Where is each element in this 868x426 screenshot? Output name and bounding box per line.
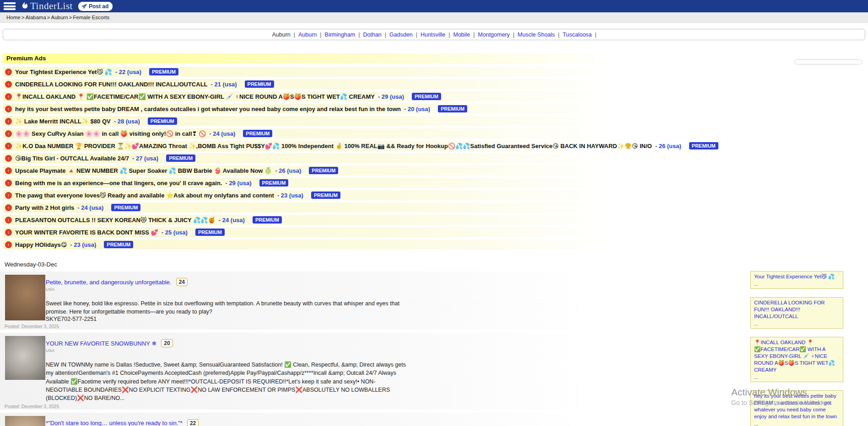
premium-ad-title: Your Tightest Experience Yet😼 💦: [15, 69, 112, 75]
premium-ad-title: 🌸🌸 Sexy CuRvy Asian 🌸🌸 in call 🍑 visitin…: [15, 130, 206, 137]
premium-badge: PREMIUM: [104, 241, 133, 248]
premium-ad-age: - 26 (usa): [275, 167, 301, 174]
premium-ad-title: ✨ Lake Merritt INCALL✨ $80 QV: [15, 118, 111, 125]
listing-thumbnail[interactable]: [5, 416, 45, 426]
separator: |: [385, 32, 386, 38]
sidebar-ad-box[interactable]: Your Tightest Experience Yet😼 💦 ...: [750, 271, 843, 289]
premium-ad-title: 😘Big Tits Girl - OUTCALL Available 24/7: [15, 155, 129, 162]
sidebar-ad-box[interactable]: 📍INCALL OAKLAND 📍 ✅FACETIME/CAR✅ WITH A …: [750, 337, 843, 382]
premium-ad-row[interactable]: ↑ 😘Big Tits Girl - OUTCALL Available 24/…: [3, 153, 717, 163]
sidebar-ad-box[interactable]: CINDERELLA LOOKING FOR FUN!!! OAKLAND!!!…: [750, 297, 843, 329]
bump-up-icon: ↑: [5, 81, 12, 88]
premium-badge: PREMIUM: [195, 229, 225, 236]
date-header: Wednesday-03-Dec: [2, 261, 868, 268]
breadcrumb-auburn[interactable]: Auburn: [51, 15, 68, 20]
premium-ad-title: Upscale Playmate 🔺 NEW NUMBER 💦 Super So…: [15, 167, 272, 174]
breadcrumb-separator: >: [22, 15, 25, 20]
breadcrumb-home[interactable]: Home: [6, 15, 21, 20]
premium-badge: PREMIUM: [689, 142, 718, 149]
sidebar-ad-more: ...: [754, 374, 840, 380]
listing-title-link[interactable]: Petite, brunette, and dangerously unforg…: [46, 279, 172, 286]
breadcrumb-separator: >: [69, 15, 72, 20]
bump-up-icon: ↑: [5, 241, 12, 248]
premium-ad-row[interactable]: ↑ 📍INCALL OAKLAND 📍 ✅FACETIME/CAR✅ WITH …: [3, 91, 717, 101]
bump-up-icon: ↑: [5, 69, 12, 75]
empty-rounded-box: [794, 59, 862, 64]
city-link-montgomery[interactable]: Montgomery: [478, 32, 510, 38]
sidebar-ad-title: CINDERELLA LOOKING FOR FUN!!! OAKLAND!!!…: [754, 300, 825, 319]
listing-title-link[interactable]: YOUR NEW FAVORITE SNOWBUNNY ❄: [46, 340, 156, 347]
premium-ad-age: - 29 (usa): [378, 93, 404, 100]
premium-ad-row[interactable]: ↑ The pawg that everyone loves😼 Ready an…: [3, 190, 717, 200]
sidebar-ad-box[interactable]: hey its your best wettes petite baby DRE…: [750, 390, 843, 426]
premium-badge: PREMIUM: [309, 167, 338, 174]
premium-ad-row[interactable]: ↑ ✨K.O Daa NUMBER 🏆 PROVIDER ⏳✨💕AMAZING …: [3, 141, 717, 151]
premium-badge: PREMIUM: [111, 204, 140, 211]
bump-up-icon: ↑: [5, 118, 12, 125]
listing-thumbnail[interactable]: [5, 275, 45, 320]
bump-up-icon: ↑: [5, 130, 12, 137]
premium-ad-row[interactable]: ↑ Being with me is an experience—one tha…: [3, 178, 717, 188]
premium-ad-title: Being with me is an experience—one that …: [15, 180, 222, 186]
listing-card: *"Don't stare too long… unless you're re…: [0, 413, 716, 426]
premium-ad-age: - 28 (usa): [114, 118, 140, 125]
breadcrumb-alabama[interactable]: Alabama: [25, 15, 46, 20]
bump-up-icon: ↑: [5, 106, 12, 112]
city-link-muscle-shoals[interactable]: Muscle Shoals: [518, 32, 555, 38]
premium-ad-row[interactable]: ↑ hey its your best wettes petite baby D…: [3, 104, 717, 114]
premium-ad-age: - 27 (usa): [132, 155, 158, 162]
city-link-mobile[interactable]: Mobile: [453, 32, 470, 38]
listing-country: USA: [46, 348, 716, 353]
listing-country: USA: [46, 287, 716, 292]
post-ad-button[interactable]: Post ad: [78, 2, 113, 11]
city-link-huntsville[interactable]: Huntsville: [421, 32, 445, 38]
city-link-auburn[interactable]: Auburn: [298, 32, 317, 38]
breadcrumb-separator: >: [47, 15, 50, 20]
premium-badge: PREMIUM: [166, 154, 195, 162]
premium-ad-age: - 22 (usa): [115, 69, 141, 75]
city-link-auburn-current[interactable]: Auburn: [272, 32, 290, 38]
separator: |: [513, 32, 514, 38]
premium-ad-row[interactable]: ↑ CINDERELLA LOOKING FOR FUN!!! OAKLAND!…: [3, 79, 717, 89]
sidebar-ad-title: hey its your best wettes petite baby DRE…: [754, 393, 837, 419]
sidebar-ad-more: ...: [754, 281, 840, 287]
premium-ad-row[interactable]: ↑ Happy HOlidays😋 - 23 (usa) PREMIUM: [3, 240, 717, 250]
city-link-gadsden[interactable]: Gadsden: [389, 32, 413, 38]
city-link-dothan[interactable]: Dothan: [363, 32, 382, 38]
premium-ad-row[interactable]: ↑ PLEASANTON OUTCALLS !! SEXY KOREAN😻 TH…: [3, 215, 717, 225]
listing-title-link[interactable]: *"Don't stare too long… unless you're re…: [46, 420, 183, 426]
city-link-tuscaloosa[interactable]: Tuscaloosa: [563, 32, 592, 38]
premium-ad-row[interactable]: ↑ Upscale Playmate 🔺 NEW NUMBER 💦 Super …: [3, 165, 717, 176]
bump-up-icon: ↑: [5, 155, 12, 162]
listing-card: Petite, brunette, and dangerously unforg…: [0, 272, 716, 330]
premium-ad-row[interactable]: ↑ ✨ Lake Merritt INCALL✨ $80 QV - 28 (us…: [3, 116, 717, 126]
breadcrumb-female-escorts[interactable]: Female Escorts: [73, 15, 109, 20]
premium-ad-row[interactable]: ↑ Your Tightest Experience Yet😼 💦 - 22 (…: [3, 67, 717, 77]
premium-ad-row[interactable]: ↑ Party with 2 Hot girls - 24 (usa) PREM…: [3, 202, 717, 213]
listing-thumbnail[interactable]: [5, 336, 45, 380]
premium-ad-title: 📍INCALL OAKLAND 📍 ✅FACETIME/CAR✅ WITH A …: [15, 93, 375, 100]
premium-ad-title: The pawg that everyone loves😼 Ready and …: [15, 192, 274, 199]
premium-badge: PREMIUM: [412, 93, 441, 100]
city-link-birmingham[interactable]: Birmingham: [325, 32, 356, 38]
breadcrumb: Home > Alabama > Auburn > Female Escorts: [0, 12, 868, 23]
premium-ad-title: ✨K.O Daa NUMBER 🏆 PROVIDER ⏳✨💕AMAZING Th…: [15, 143, 652, 149]
separator: |: [358, 32, 360, 38]
listing-card: YOUR NEW FAVORITE SNOWBUNNY ❄ 20 USA NEW…: [0, 333, 716, 410]
menu-icon[interactable]: [4, 2, 16, 10]
brand-name: TinderList: [30, 0, 73, 12]
premium-badge: PREMIUM: [311, 192, 340, 199]
bump-up-icon: ↑: [5, 143, 12, 149]
premium-badge: PREMIUM: [259, 179, 289, 186]
bump-up-icon: ↑: [5, 229, 12, 236]
premium-ad-age: - 24 (usa): [77, 204, 103, 211]
separator: |: [416, 32, 417, 38]
premium-ad-title: YOUR WINTER FAVORITE IS BACK DONT MISS 💕: [15, 229, 158, 236]
premium-ad-row[interactable]: ↑ YOUR WINTER FAVORITE IS BACK DONT MISS…: [3, 227, 717, 237]
brand-logo[interactable]: TinderList: [21, 0, 73, 12]
premium-ad-age: - 29 (usa): [225, 180, 251, 186]
bump-up-icon: ↑: [5, 217, 12, 224]
listing-posted-date: Posted: December 3, 2025: [5, 404, 59, 409]
separator: |: [448, 32, 450, 38]
premium-ad-row[interactable]: ↑ 🌸🌸 Sexy CuRvy Asian 🌸🌸 in call 🍑 visit…: [3, 128, 717, 138]
